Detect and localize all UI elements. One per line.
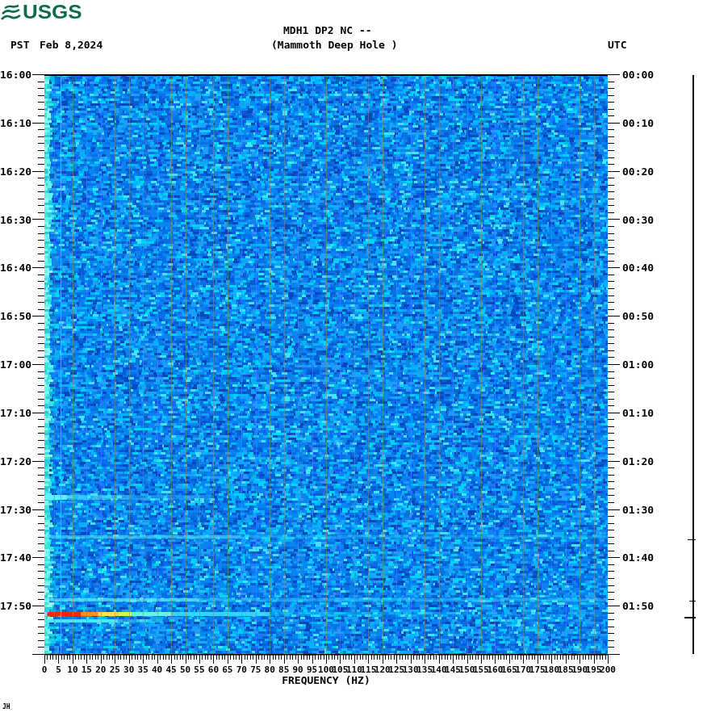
plot-signature: JH bbox=[2, 704, 10, 711]
usgs-wave-icon bbox=[1, 3, 23, 23]
right-timezone-label: UTC bbox=[608, 40, 626, 50]
utc-label-0030: 00:30 bbox=[622, 215, 654, 225]
pst-label-1610: 16:10 bbox=[0, 118, 31, 128]
usgs-logo: USGS bbox=[1, 0, 82, 25]
pst-label-1650: 16:50 bbox=[0, 311, 31, 321]
pst-label-1620: 16:20 bbox=[0, 166, 31, 177]
utc-label-0140: 01:40 bbox=[622, 552, 654, 563]
pst-label-1700: 17:00 bbox=[0, 359, 31, 370]
utc-label-0040: 00:40 bbox=[622, 262, 654, 273]
utc-label-0010: 00:10 bbox=[622, 118, 654, 128]
frequency-axis-title: FREQUENCY (HZ) bbox=[278, 675, 374, 685]
utc-label-0150: 01:50 bbox=[622, 601, 654, 611]
pst-label-1640: 16:40 bbox=[0, 262, 31, 273]
spectrogram-page: USGS MDH1 DP2 NC -- (Mammoth Deep Hole )… bbox=[0, 0, 728, 721]
utc-label-0130: 01:30 bbox=[622, 505, 654, 515]
station-subtitle: (Mammoth Deep Hole ) bbox=[271, 40, 398, 50]
left-timezone-label: PST bbox=[10, 40, 29, 50]
date-label: Feb 8,2024 bbox=[40, 40, 103, 50]
utc-label-0120: 01:20 bbox=[622, 456, 654, 467]
usgs-logo-text: USGS bbox=[23, 1, 82, 24]
pst-label-1720: 17:20 bbox=[0, 456, 31, 467]
freq-label-200: 200 bbox=[596, 665, 620, 674]
pst-label-1710: 17:10 bbox=[0, 408, 31, 418]
utc-label-0000: 00:00 bbox=[622, 69, 654, 80]
pst-label-1730: 17:30 bbox=[0, 505, 31, 515]
pst-label-1740: 17:40 bbox=[0, 552, 31, 563]
pst-label-1630: 16:30 bbox=[0, 215, 31, 225]
utc-label-0100: 01:00 bbox=[622, 359, 654, 370]
spectrogram-canvas bbox=[0, 0, 728, 721]
station-title: MDH1 DP2 NC -- bbox=[283, 25, 372, 36]
utc-label-0020: 00:20 bbox=[622, 166, 654, 177]
pst-label-1600: 16:00 bbox=[0, 69, 31, 80]
utc-label-0050: 00:50 bbox=[622, 311, 654, 321]
utc-label-0110: 01:10 bbox=[622, 408, 654, 418]
pst-label-1750: 17:50 bbox=[0, 601, 31, 611]
